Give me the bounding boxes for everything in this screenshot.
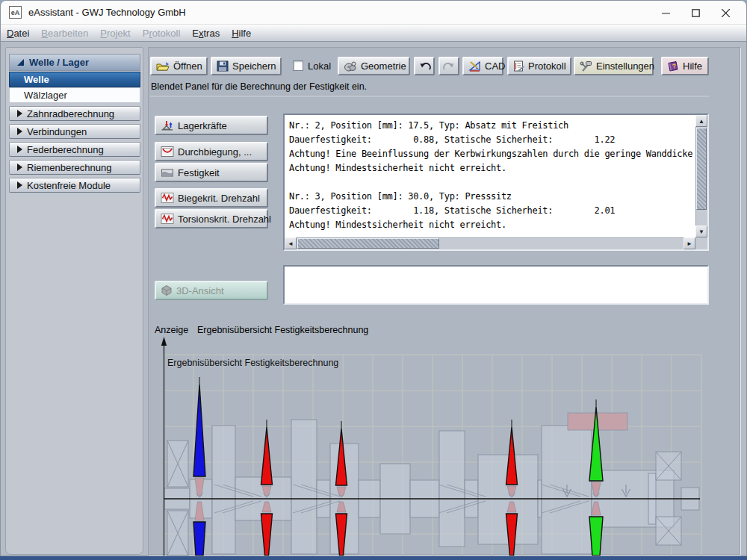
geometry-button[interactable]: Geometrie — [338, 57, 410, 75]
vertical-scroll-thumb[interactable] — [696, 128, 707, 210]
desktop: { "window": { "title": "eAssistant - GWJ… — [0, 0, 747, 560]
menu-projekt: Projekt — [100, 28, 130, 39]
strength-shaft-icon — [161, 167, 174, 178]
local-checkbox-label: Lokal — [308, 60, 331, 72]
torsion-wave-icon — [161, 213, 174, 225]
minimize-button[interactable] — [651, 1, 681, 24]
menubar: Datei Bearbeiten Projekt Protokoll Extra… — [1, 25, 746, 42]
titlebar: eA eAssistant - GWJ Technology GmbH — [1, 1, 746, 25]
open-button[interactable]: Öffnen — [150, 57, 208, 75]
horizontal-scroll-thumb[interactable] — [297, 238, 439, 249]
content-area: Welle / Lager Welle Wälzlager Zahnradber… — [1, 43, 747, 556]
cad-button[interactable]: CAD — [462, 57, 503, 75]
settings-tools-icon — [580, 60, 592, 72]
menu-bearbeiten: Bearbeiten — [41, 28, 88, 39]
bending-wave-icon — [161, 192, 174, 204]
collapsed-triangle-icon — [16, 109, 22, 118]
cad-ruler-icon — [468, 60, 481, 72]
window-title: eAssistant - GWJ Technology GmbH — [28, 7, 186, 18]
maximize-icon — [692, 9, 700, 17]
app-icon: eA — [9, 6, 22, 19]
message-box — [283, 265, 709, 305]
expanded-triangle-icon — [16, 58, 25, 66]
separator — [150, 95, 709, 96]
vertical-scrollbar[interactable]: ▲ ▼ — [695, 115, 707, 237]
sidebar: Welle / Lager Welle Wälzlager Zahnradber… — [5, 47, 143, 555]
scrollbar-corner — [695, 237, 707, 249]
scroll-left-button[interactable]: ◄ — [285, 237, 297, 249]
result-output-area[interactable]: Nr.: 2, Position [mm]: 17.5, Typ: Absatz… — [283, 113, 709, 251]
torsion-speed-button[interactable]: Torsionskrit. Drehzahl — [155, 209, 268, 228]
save-floppy-icon — [217, 60, 229, 72]
strength-button[interactable]: Festigkeit — [155, 163, 268, 182]
local-checkbox[interactable] — [293, 60, 303, 71]
status-text: Blendet Panel für die Berechnung der Fes… — [151, 81, 367, 92]
cube-3d-icon — [161, 284, 173, 296]
deflection-curve-icon — [161, 146, 174, 158]
scroll-up-button[interactable]: ▲ — [695, 115, 707, 127]
bending-speed-button[interactable]: Biegekrit. Drehzahl — [155, 188, 268, 208]
sidebar-header-label: Welle / Lager — [29, 57, 89, 68]
bearing-forces-button[interactable]: Lagerkräfte — [155, 116, 268, 135]
sidebar-group-verbindungen[interactable]: Verbindungen — [9, 124, 140, 139]
bearing-forces-icon — [161, 120, 174, 131]
help-book-icon: ? — [667, 60, 679, 72]
menu-protokoll: Protokoll — [143, 28, 181, 39]
view-3d-button: 3D-Ansicht — [155, 281, 268, 300]
sidebar-item-welle[interactable]: Welle — [9, 72, 140, 87]
main-panel: Öffnen Speichern Lokal — [148, 47, 740, 555]
collapsed-triangle-icon — [16, 181, 22, 190]
sidebar-group-federberechnung[interactable]: Federberechnung — [9, 142, 140, 157]
collapsed-triangle-icon — [16, 163, 22, 172]
minimize-icon — [662, 9, 670, 17]
save-button[interactable]: Speichern — [211, 57, 282, 75]
sidebar-item-waelzlager[interactable]: Wälzlager — [9, 87, 140, 103]
scroll-down-button[interactable]: ▼ — [695, 225, 707, 237]
menu-hilfe[interactable]: Hilfe — [232, 28, 251, 39]
sidebar-group-zahnradberechnung[interactable]: Zahnradberechnung — [9, 106, 140, 121]
maximize-button[interactable] — [681, 1, 710, 24]
protocol-document-icon — [513, 60, 524, 72]
app-window: eA eAssistant - GWJ Technology GmbH Date… — [0, 0, 747, 556]
settings-button[interactable]: Einstellungen — [574, 57, 654, 75]
open-folder-icon — [156, 60, 170, 72]
scroll-right-button[interactable]: ► — [684, 237, 695, 249]
sidebar-header-welle-lager[interactable]: Welle / Lager — [9, 54, 140, 71]
close-button[interactable] — [710, 1, 740, 24]
collapsed-triangle-icon — [16, 127, 22, 136]
undo-button[interactable] — [414, 57, 435, 75]
protocol-button[interactable]: Protokoll — [507, 57, 571, 75]
help-button[interactable]: ? Hilfe — [661, 57, 709, 75]
display-value-dropdown[interactable]: Ergebnisübersicht Festigkeitsberechnung — [197, 325, 368, 335]
undo-icon — [418, 61, 431, 71]
display-label: Anzeige — [155, 325, 188, 335]
close-icon — [722, 9, 730, 17]
sidebar-group-riemenberechnung[interactable]: Riemenberechnung — [9, 160, 140, 175]
menu-datei[interactable]: Datei — [7, 28, 29, 39]
menu-extras[interactable]: Extras — [192, 28, 220, 39]
result-output-text: Nr.: 2, Position [mm]: 17.5, Typ: Absatz… — [289, 119, 694, 236]
sidebar-group-kostenfreie-module[interactable]: Kostenfreie Module — [9, 178, 140, 193]
geometry-shaft-icon — [344, 60, 357, 72]
diagram-title: Ergebnisübersicht Festigkeitsberechnung — [167, 358, 338, 368]
redo-button — [438, 57, 459, 75]
deflection-button[interactable]: Durchbiegung, ... — [155, 142, 268, 161]
collapsed-triangle-icon — [16, 145, 22, 154]
horizontal-scrollbar[interactable]: ◄ ► — [285, 237, 695, 249]
redo-icon — [443, 61, 456, 71]
